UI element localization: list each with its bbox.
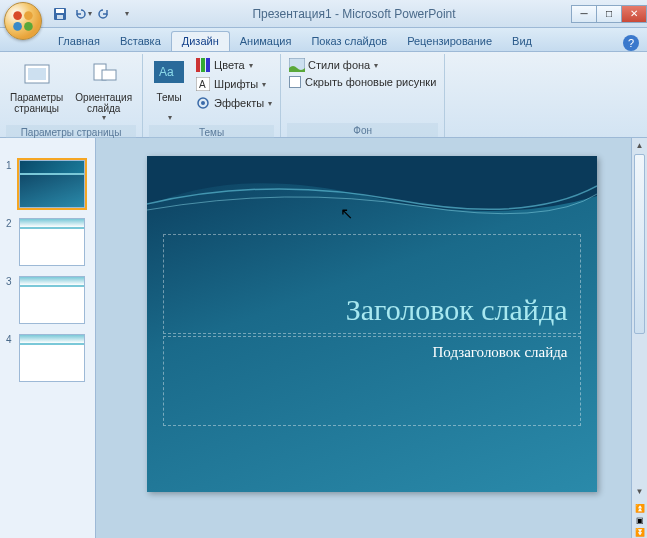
slide-thumbnail-1[interactable] [19,160,85,208]
prev-slide-button[interactable]: ⏫ [632,502,647,514]
office-button[interactable] [4,2,42,40]
effects-button[interactable]: Эффекты▾ [193,94,274,112]
page-setup-icon [21,58,53,90]
vertical-scrollbar[interactable]: ▲ ▼ ⏫ ▣ ⏬ [631,138,647,538]
slide-editor[interactable]: Заголовок слайда Подзаголовок слайда [96,138,647,538]
svg-rect-10 [102,70,116,80]
svg-rect-13 [196,58,200,72]
thumb-number: 3 [6,276,16,287]
group-page-setup: Параметры страницы Ориентация слайда▾ Па… [0,54,143,137]
fonts-label: Шрифты [214,78,258,90]
slide-thumbnail-4[interactable] [19,334,85,382]
window-controls: ─ □ ✕ [572,5,647,23]
svg-point-2 [13,22,22,31]
themes-icon: Aa [153,58,185,90]
fonts-icon: A [195,76,211,92]
subtitle-placeholder[interactable]: Подзаголовок слайда [163,336,581,426]
close-button[interactable]: ✕ [621,5,647,23]
window-title: Презентация1 - Microsoft PowerPoint [136,7,572,21]
slide-wave-graphic [147,156,597,226]
effects-label: Эффекты [214,97,264,109]
next-slide-button[interactable]: ⏬ [632,526,647,538]
title-placeholder[interactable]: Заголовок слайда [163,234,581,334]
bg-styles-button[interactable]: Стили фона▾ [287,56,438,74]
help-icon[interactable]: ? [623,35,639,51]
hide-bg-checkbox[interactable]: Скрыть фоновые рисунки [287,75,438,89]
checkbox-icon [289,76,301,88]
svg-point-19 [201,101,205,105]
tab-home[interactable]: Главная [48,32,110,51]
group-label-bg: Фон [287,123,438,137]
tab-view[interactable]: Вид [502,32,542,51]
tab-design[interactable]: Дизайн [171,31,230,51]
save-icon[interactable] [50,4,70,24]
svg-rect-15 [206,58,210,72]
svg-text:A: A [199,79,206,90]
slide-canvas[interactable]: Заголовок слайда Подзаголовок слайда [147,156,597,492]
themes-button[interactable]: Aa Темы▾ [149,56,189,125]
undo-icon[interactable]: ▾ [72,4,92,24]
bg-styles-icon [289,57,305,73]
title-bar: ▾ ▾ Презентация1 - Microsoft PowerPoint … [0,0,647,28]
redo-icon[interactable] [94,4,114,24]
maximize-button[interactable]: □ [596,5,622,23]
group-themes: Aa Темы▾ Цвета▾ A Шрифты▾ Эффекты▾ Темы [143,54,281,137]
svg-rect-14 [201,58,205,72]
svg-rect-5 [56,9,64,13]
workspace: 1 2 3 4 Заголовок слайда Подзаголовок сл… [0,138,647,538]
minimize-button[interactable]: ─ [571,5,597,23]
bg-styles-label: Стили фона [308,59,370,71]
colors-icon [195,57,211,73]
ribbon: Параметры страницы Ориентация слайда▾ Па… [0,52,647,138]
orientation-button[interactable]: Ориентация слайда▾ [71,56,136,125]
slide-nav-button[interactable]: ▣ [632,514,647,526]
slide-thumbnail-3[interactable] [19,276,85,324]
ribbon-tabs: Главная Вставка Дизайн Анимация Показ сл… [0,28,647,52]
group-label-themes: Темы [149,125,274,139]
svg-rect-8 [28,68,46,80]
qat-customize-icon[interactable]: ▾ [116,4,136,24]
scroll-up-icon[interactable]: ▲ [632,138,647,152]
thumb-number: 2 [6,218,16,229]
effects-icon [195,95,211,111]
svg-text:Aa: Aa [159,65,174,79]
hide-bg-label: Скрыть фоновые рисунки [305,76,436,88]
subtitle-text: Подзаголовок слайда [433,344,568,360]
thumb-number: 1 [6,160,16,171]
orientation-icon [88,58,120,90]
fonts-button[interactable]: A Шрифты▾ [193,75,274,93]
group-background: Стили фона▾ Скрыть фоновые рисунки Фон [281,54,445,137]
page-setup-button[interactable]: Параметры страницы [6,56,67,116]
quick-access-toolbar: ▾ ▾ [50,4,136,24]
title-text: Заголовок слайда [346,293,568,327]
page-setup-label: Параметры страницы [10,92,63,114]
scroll-down-icon[interactable]: ▼ [632,484,647,498]
group-label-page: Параметры страницы [6,125,136,139]
themes-label: Темы [157,92,182,103]
svg-point-3 [24,22,33,31]
colors-button[interactable]: Цвета▾ [193,56,274,74]
tab-animation[interactable]: Анимация [230,32,302,51]
svg-point-0 [13,11,22,20]
orientation-label: Ориентация слайда [75,92,132,114]
tab-insert[interactable]: Вставка [110,32,171,51]
tab-slideshow[interactable]: Показ слайдов [301,32,397,51]
thumb-number: 4 [6,334,16,345]
scrollbar-thumb[interactable] [634,154,645,334]
slide-thumbnail-2[interactable] [19,218,85,266]
svg-rect-6 [57,15,63,19]
tab-review[interactable]: Рецензирование [397,32,502,51]
colors-label: Цвета [214,59,245,71]
slide-thumbnails: 1 2 3 4 [0,138,96,538]
svg-point-1 [24,11,33,20]
